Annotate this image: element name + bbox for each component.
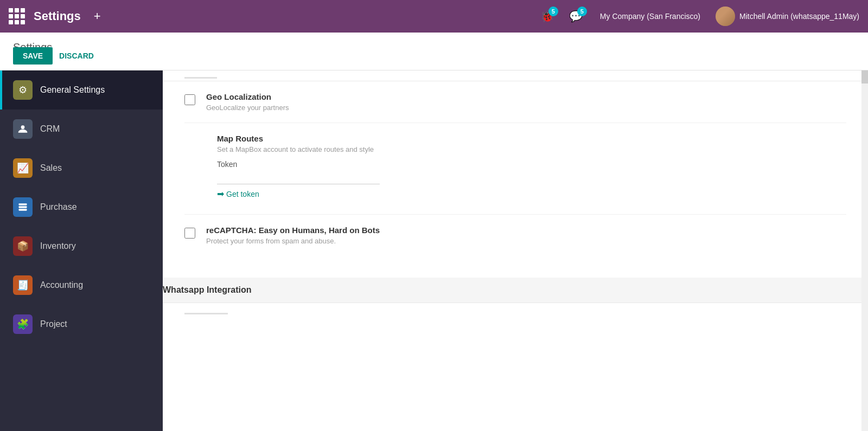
sidebar-label-purchase: Purchase <box>40 202 77 212</box>
content-bottom-partial <box>163 303 868 324</box>
sidebar-label-accounting: Accounting <box>40 280 83 290</box>
sidebar-item-purchase[interactable]: Purchase <box>0 188 163 227</box>
company-name: My Company (San Francisco) <box>600 12 700 21</box>
map-routes-row: Map Routes Set a MapBox account to activ… <box>184 123 846 210</box>
recaptcha-row: reCAPTCHA: Easy on Humans, Hard on Bots … <box>184 214 846 256</box>
svg-rect-3 <box>19 209 27 210</box>
sidebar-label-inventory: Inventory <box>40 241 76 251</box>
save-button[interactable]: SAVE <box>13 47 53 65</box>
recaptcha-checkbox[interactable] <box>184 228 195 239</box>
sidebar-item-sales[interactable]: 📈 Sales <box>0 149 163 188</box>
geo-localization-checkbox[interactable] <box>184 94 195 105</box>
geo-localization-content: Geo Localization GeoLocalize your partne… <box>206 92 846 112</box>
chat-badge: 5 <box>577 7 587 16</box>
sidebar-label-general-settings: General Settings <box>40 85 105 95</box>
svg-rect-1 <box>19 203 27 205</box>
user-menu[interactable]: Mitchell Admin (whatsappe_11May) <box>716 7 859 26</box>
recaptcha-content: reCAPTCHA: Easy on Humans, Hard on Bots … <box>206 226 846 245</box>
token-field-group: Token <box>217 160 846 189</box>
settings-content: Geo Localization GeoLocalize your partne… <box>163 81 868 278</box>
crm-icon <box>13 119 33 139</box>
arrow-right-icon: ➡ <box>217 189 224 199</box>
map-routes-content: Map Routes Set a MapBox account to activ… <box>206 134 846 199</box>
bug-icon[interactable]: 🐞 5 <box>540 10 554 23</box>
accounting-icon: 🧾 <box>13 275 33 295</box>
inventory-icon: 📦 <box>13 236 33 256</box>
sidebar-item-project[interactable]: 🧩 Project <box>0 305 163 344</box>
map-routes-title: Map Routes <box>217 134 846 143</box>
app-title: Settings <box>34 9 81 23</box>
add-button[interactable]: + <box>94 9 101 23</box>
main-layout: ⚙ General Settings CRM 📈 Sales Purchase <box>0 70 868 431</box>
apps-grid-icon[interactable] <box>9 8 25 24</box>
recaptcha-title: reCAPTCHA: Easy on Humans, Hard on Bots <box>206 226 846 235</box>
sidebar-item-inventory[interactable]: 📦 Inventory <box>0 227 163 266</box>
token-label: Token <box>217 160 846 169</box>
scrollbar-track[interactable] <box>861 70 868 431</box>
recaptcha-desc: Protect your forms from spam and abuse. <box>206 237 846 245</box>
svg-point-0 <box>21 125 25 129</box>
sidebar: ⚙ General Settings CRM 📈 Sales Purchase <box>0 70 163 431</box>
sidebar-label-project: Project <box>40 319 67 329</box>
chat-icon[interactable]: 💬 5 <box>569 10 583 23</box>
discard-button[interactable]: DISCARD <box>59 52 94 60</box>
purchase-icon <box>13 197 33 217</box>
navbar: Settings + 🐞 5 💬 5 My Company (San Franc… <box>0 0 868 33</box>
sidebar-label-crm: CRM <box>40 124 60 134</box>
token-input[interactable] <box>217 171 380 184</box>
project-icon: 🧩 <box>13 314 33 334</box>
sales-icon: 📈 <box>13 158 33 178</box>
whatsapp-section-header: Whatsapp Integration <box>163 278 868 303</box>
sidebar-label-sales: Sales <box>40 163 62 173</box>
avatar <box>716 7 735 26</box>
content-area: Geo Localization GeoLocalize your partne… <box>163 70 868 431</box>
bug-badge: 5 <box>548 7 558 16</box>
sidebar-item-accounting[interactable]: 🧾 Accounting <box>0 266 163 305</box>
svg-rect-2 <box>19 206 27 208</box>
whatsapp-section-title: Whatsapp Integration <box>163 285 252 294</box>
scrollbar-thumb[interactable] <box>861 70 868 83</box>
geo-localization-title: Geo Localization <box>206 92 846 101</box>
map-routes-desc: Set a MapBox account to activate routes … <box>217 145 846 153</box>
geo-localization-desc: GeoLocalize your partners <box>206 104 846 112</box>
geo-localization-row: Geo Localization GeoLocalize your partne… <box>184 81 846 123</box>
general-settings-icon: ⚙ <box>13 80 33 100</box>
sidebar-item-crm[interactable]: CRM <box>0 110 163 149</box>
get-token-link[interactable]: ➡ Get token <box>217 189 846 199</box>
username: Mitchell Admin (whatsappe_11May) <box>739 12 859 21</box>
sidebar-item-general-settings[interactable]: ⚙ General Settings <box>0 70 163 110</box>
